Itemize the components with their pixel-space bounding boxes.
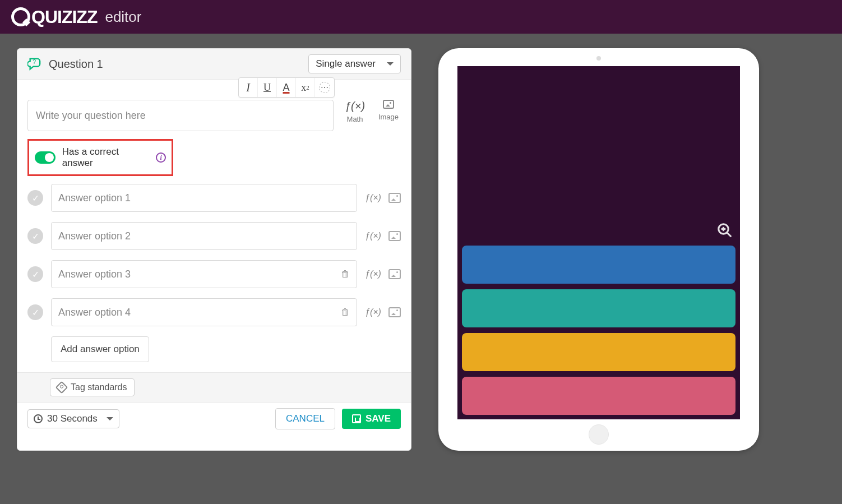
top-bar: Quizizz editor <box>0 0 842 34</box>
answer-type-value: Single answer <box>316 58 376 70</box>
question-editor-card: ? Question 1 Single answer I U A x2 ⋯ ƒ(… <box>17 48 411 451</box>
mark-correct-button[interactable]: ✓ <box>27 228 43 244</box>
image-tool[interactable]: Image <box>376 100 401 121</box>
trash-icon[interactable]: 🗑 <box>341 269 350 279</box>
time-value: 30 Seconds <box>47 413 98 424</box>
question-input[interactable] <box>27 100 334 131</box>
answer-math-tool[interactable]: ƒ(×) <box>365 193 381 203</box>
preview-option <box>462 289 735 327</box>
fx-icon: ƒ(×) <box>343 100 367 113</box>
answer-image-tool[interactable] <box>388 307 401 317</box>
answer-input-wrap <box>51 184 357 212</box>
card-body: I U A x2 ⋯ ƒ(×) Math Image Has a co <box>17 80 411 372</box>
answer-input[interactable] <box>58 307 336 318</box>
answers-list: ✓ ƒ(×) ✓ ƒ(×) ✓ <box>27 184 401 362</box>
app-label: editor <box>105 8 141 26</box>
home-button <box>589 424 609 445</box>
italic-button[interactable]: I <box>239 78 258 97</box>
text-color-button[interactable]: A <box>277 78 296 97</box>
save-button[interactable]: SAVE <box>342 409 401 429</box>
answer-row: ✓ ƒ(×) <box>27 222 401 250</box>
tag-standards-label: Tag standards <box>71 382 127 392</box>
mark-correct-button[interactable]: ✓ <box>27 304 43 320</box>
card-footer: 30 Seconds CANCEL SAVE <box>17 402 411 435</box>
answer-input-wrap: 🗑 <box>51 260 357 288</box>
preview-question-area <box>457 66 740 246</box>
card-header: ? Question 1 Single answer <box>17 49 411 80</box>
camera-dot <box>596 56 601 61</box>
preview-option <box>462 246 735 284</box>
workspace: ? Question 1 Single answer I U A x2 ⋯ ƒ(… <box>0 34 842 465</box>
mark-correct-button[interactable]: ✓ <box>27 266 43 282</box>
tag-icon <box>55 381 68 394</box>
time-select[interactable]: 30 Seconds <box>27 409 119 428</box>
chevron-down-icon <box>387 62 394 69</box>
answer-math-tool[interactable]: ƒ(×) <box>365 231 381 241</box>
logo-q-icon <box>11 7 30 26</box>
question-title: Question 1 <box>49 58 103 71</box>
math-label: Math <box>347 115 363 123</box>
answer-type-select[interactable]: Single answer <box>308 54 401 73</box>
question-row: ƒ(×) Math Image <box>27 100 401 131</box>
svg-text:?: ? <box>33 58 36 65</box>
superscript-button[interactable]: x2 <box>296 78 315 97</box>
question-bubble-icon: ? <box>27 56 43 72</box>
more-format-button[interactable]: ⋯ <box>315 78 334 97</box>
trash-icon[interactable]: 🗑 <box>341 307 350 317</box>
preview-option <box>462 377 735 415</box>
brand-text: Quizizz <box>31 7 97 27</box>
zoom-icon[interactable] <box>716 222 733 239</box>
answer-row: ✓ ƒ(×) <box>27 184 401 212</box>
correct-answer-toggle[interactable] <box>35 151 55 164</box>
add-option-button[interactable]: Add answer option <box>51 336 149 362</box>
answer-math-tool[interactable]: ƒ(×) <box>365 307 381 317</box>
correct-answer-toggle-row: Has a correct answer i <box>27 139 173 176</box>
format-toolbar: I U A x2 ⋯ <box>238 77 335 98</box>
answer-input[interactable] <box>58 230 350 242</box>
underline-button[interactable]: U <box>258 78 277 97</box>
math-tool[interactable]: ƒ(×) Math <box>343 100 367 123</box>
tag-standards-button[interactable]: Tag standards <box>50 378 135 396</box>
svg-line-2 <box>727 233 732 237</box>
info-icon[interactable]: i <box>156 152 166 163</box>
preview-option <box>462 333 735 371</box>
save-label: SAVE <box>366 413 391 424</box>
brand-logo: Quizizz <box>11 7 97 27</box>
chevron-down-icon <box>107 417 113 424</box>
answer-image-tool[interactable] <box>388 269 401 279</box>
preview-options <box>457 246 740 419</box>
answer-image-tool[interactable] <box>388 193 401 203</box>
cancel-button[interactable]: CANCEL <box>275 408 335 429</box>
tag-bar: Tag standards <box>17 372 411 402</box>
answer-row: ✓ 🗑 ƒ(×) <box>27 298 401 326</box>
save-icon <box>352 414 361 423</box>
answer-row: ✓ 🗑 ƒ(×) <box>27 260 401 288</box>
preview-screen <box>457 66 740 419</box>
tablet-preview <box>438 48 759 451</box>
answer-input-wrap <box>51 222 357 250</box>
answer-input[interactable] <box>58 269 336 280</box>
answer-input-wrap: 🗑 <box>51 298 357 326</box>
image-icon <box>383 100 394 109</box>
clock-icon <box>34 414 43 423</box>
image-label: Image <box>378 113 399 121</box>
answer-math-tool[interactable]: ƒ(×) <box>365 269 381 279</box>
answer-image-tool[interactable] <box>388 231 401 241</box>
answer-input[interactable] <box>58 192 350 204</box>
mark-correct-button[interactable]: ✓ <box>27 190 43 206</box>
correct-answer-label: Has a correct answer <box>62 146 150 169</box>
